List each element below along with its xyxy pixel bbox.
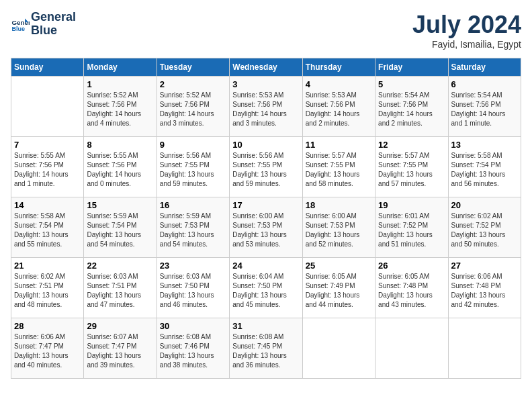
calendar-week-2: 7Sunrise: 5:55 AM Sunset: 7:56 PM Daylig… [11, 137, 521, 197]
calendar-cell: 14Sunrise: 5:58 AM Sunset: 7:54 PM Dayli… [11, 197, 84, 258]
day-number: 30 [160, 321, 226, 331]
day-info: Sunrise: 5:58 AM Sunset: 7:54 PM Dayligh… [14, 212, 81, 249]
calendar-cell: 19Sunrise: 6:01 AM Sunset: 7:52 PM Dayli… [375, 197, 448, 258]
calendar-cell: 10Sunrise: 5:56 AM Sunset: 7:55 PM Dayli… [230, 137, 302, 197]
calendar-cell: 20Sunrise: 6:02 AM Sunset: 7:52 PM Dayli… [448, 197, 521, 258]
calendar-cell: 27Sunrise: 6:06 AM Sunset: 7:48 PM Dayli… [448, 258, 521, 318]
day-info: Sunrise: 6:05 AM Sunset: 7:49 PM Dayligh… [306, 272, 372, 310]
day-info: Sunrise: 6:05 AM Sunset: 7:48 PM Dayligh… [378, 272, 445, 310]
day-number: 6 [451, 79, 518, 89]
day-number: 17 [232, 200, 299, 210]
calendar-cell [448, 318, 521, 379]
day-number: 10 [232, 140, 299, 150]
day-info: Sunrise: 6:08 AM Sunset: 7:45 PM Dayligh… [232, 332, 299, 370]
day-number: 9 [160, 140, 226, 150]
calendar-week-4: 21Sunrise: 6:02 AM Sunset: 7:51 PM Dayli… [11, 258, 521, 318]
calendar-week-3: 14Sunrise: 5:58 AM Sunset: 7:54 PM Dayli… [11, 197, 521, 258]
day-info: Sunrise: 5:56 AM Sunset: 7:55 PM Dayligh… [232, 151, 299, 189]
calendar-cell: 2Sunrise: 5:52 AM Sunset: 7:56 PM Daylig… [157, 77, 229, 137]
day-number: 12 [378, 140, 445, 150]
day-info: Sunrise: 5:57 AM Sunset: 7:55 PM Dayligh… [306, 151, 372, 189]
column-header-saturday: Saturday [448, 58, 521, 77]
day-info: Sunrise: 5:59 AM Sunset: 7:53 PM Dayligh… [160, 212, 226, 249]
calendar-cell: 25Sunrise: 6:05 AM Sunset: 7:49 PM Dayli… [302, 258, 375, 318]
day-info: Sunrise: 5:58 AM Sunset: 7:54 PM Dayligh… [451, 151, 518, 189]
day-info: Sunrise: 6:02 AM Sunset: 7:52 PM Dayligh… [451, 212, 518, 249]
day-info: Sunrise: 6:06 AM Sunset: 7:47 PM Dayligh… [14, 332, 81, 370]
day-number: 31 [232, 321, 299, 331]
day-number: 3 [232, 79, 299, 89]
calendar-cell: 4Sunrise: 5:53 AM Sunset: 7:56 PM Daylig… [302, 77, 375, 137]
day-info: Sunrise: 6:03 AM Sunset: 7:51 PM Dayligh… [87, 272, 153, 310]
logo-text: General Blue [31, 11, 76, 38]
calendar-week-1: 1Sunrise: 5:52 AM Sunset: 7:56 PM Daylig… [11, 77, 521, 137]
day-number: 25 [306, 261, 372, 271]
day-info: Sunrise: 5:53 AM Sunset: 7:56 PM Dayligh… [306, 91, 372, 128]
calendar-cell [11, 77, 84, 137]
calendar-body: 1Sunrise: 5:52 AM Sunset: 7:56 PM Daylig… [11, 77, 521, 379]
day-number: 29 [87, 321, 153, 331]
day-info: Sunrise: 5:54 AM Sunset: 7:56 PM Dayligh… [451, 91, 518, 128]
calendar-cell: 22Sunrise: 6:03 AM Sunset: 7:51 PM Dayli… [84, 258, 157, 318]
calendar-cell: 13Sunrise: 5:58 AM Sunset: 7:54 PM Dayli… [448, 137, 521, 197]
day-number: 28 [14, 321, 81, 331]
calendar-cell: 11Sunrise: 5:57 AM Sunset: 7:55 PM Dayli… [302, 137, 375, 197]
day-number: 11 [306, 140, 372, 150]
day-info: Sunrise: 5:53 AM Sunset: 7:56 PM Dayligh… [232, 91, 299, 128]
day-number: 26 [378, 261, 445, 271]
calendar-week-5: 28Sunrise: 6:06 AM Sunset: 7:47 PM Dayli… [11, 318, 521, 379]
day-number: 23 [160, 261, 226, 271]
calendar-cell: 26Sunrise: 6:05 AM Sunset: 7:48 PM Dayli… [375, 258, 448, 318]
svg-text:Blue: Blue [11, 26, 25, 32]
column-header-wednesday: Wednesday [230, 58, 302, 77]
day-info: Sunrise: 6:00 AM Sunset: 7:53 PM Dayligh… [232, 212, 299, 249]
calendar-cell: 29Sunrise: 6:07 AM Sunset: 7:47 PM Dayli… [84, 318, 157, 379]
calendar-cell: 16Sunrise: 5:59 AM Sunset: 7:53 PM Dayli… [157, 197, 229, 258]
day-info: Sunrise: 6:04 AM Sunset: 7:50 PM Dayligh… [232, 272, 299, 310]
month-title: July 2024 [412, 11, 521, 39]
day-info: Sunrise: 5:57 AM Sunset: 7:55 PM Dayligh… [378, 151, 445, 189]
day-info: Sunrise: 6:07 AM Sunset: 7:47 PM Dayligh… [87, 332, 153, 370]
day-info: Sunrise: 6:01 AM Sunset: 7:52 PM Dayligh… [378, 212, 445, 249]
day-info: Sunrise: 5:52 AM Sunset: 7:56 PM Dayligh… [160, 91, 226, 128]
day-number: 2 [160, 79, 226, 89]
day-info: Sunrise: 6:00 AM Sunset: 7:53 PM Dayligh… [306, 212, 372, 249]
day-number: 5 [378, 79, 445, 89]
day-number: 13 [451, 140, 518, 150]
calendar-table: SundayMondayTuesdayWednesdayThursdayFrid… [11, 58, 521, 379]
day-info: Sunrise: 6:02 AM Sunset: 7:51 PM Dayligh… [14, 272, 81, 310]
column-header-sunday: Sunday [11, 58, 84, 77]
column-header-tuesday: Tuesday [157, 58, 229, 77]
day-number: 7 [14, 140, 81, 150]
logo: General Blue General Blue [11, 11, 76, 38]
day-info: Sunrise: 5:55 AM Sunset: 7:56 PM Dayligh… [87, 151, 153, 189]
day-info: Sunrise: 5:56 AM Sunset: 7:55 PM Dayligh… [160, 151, 226, 189]
calendar-cell: 1Sunrise: 5:52 AM Sunset: 7:56 PM Daylig… [84, 77, 157, 137]
location: Fayid, Ismailia, Egypt [412, 39, 521, 50]
calendar-cell: 24Sunrise: 6:04 AM Sunset: 7:50 PM Dayli… [230, 258, 302, 318]
calendar-cell [375, 318, 448, 379]
day-info: Sunrise: 6:06 AM Sunset: 7:48 PM Dayligh… [451, 272, 518, 310]
day-info: Sunrise: 6:08 AM Sunset: 7:46 PM Dayligh… [160, 332, 226, 370]
day-number: 24 [232, 261, 299, 271]
calendar-cell: 31Sunrise: 6:08 AM Sunset: 7:45 PM Dayli… [230, 318, 302, 379]
calendar-cell: 23Sunrise: 6:03 AM Sunset: 7:50 PM Dayli… [157, 258, 229, 318]
calendar-cell: 9Sunrise: 5:56 AM Sunset: 7:55 PM Daylig… [157, 137, 229, 197]
day-info: Sunrise: 6:03 AM Sunset: 7:50 PM Dayligh… [160, 272, 226, 310]
column-header-monday: Monday [84, 58, 157, 77]
calendar-cell: 7Sunrise: 5:55 AM Sunset: 7:56 PM Daylig… [11, 137, 84, 197]
calendar-cell: 21Sunrise: 6:02 AM Sunset: 7:51 PM Dayli… [11, 258, 84, 318]
day-number: 1 [87, 79, 153, 89]
day-info: Sunrise: 5:55 AM Sunset: 7:56 PM Dayligh… [14, 151, 81, 189]
day-number: 21 [14, 261, 81, 271]
day-number: 4 [306, 79, 372, 89]
calendar-cell: 28Sunrise: 6:06 AM Sunset: 7:47 PM Dayli… [11, 318, 84, 379]
calendar-cell: 15Sunrise: 5:59 AM Sunset: 7:54 PM Dayli… [84, 197, 157, 258]
calendar-cell: 17Sunrise: 6:00 AM Sunset: 7:53 PM Dayli… [230, 197, 302, 258]
day-number: 15 [87, 200, 153, 210]
day-number: 19 [378, 200, 445, 210]
day-number: 8 [87, 140, 153, 150]
day-number: 22 [87, 261, 153, 271]
calendar-cell [302, 318, 375, 379]
calendar-cell: 12Sunrise: 5:57 AM Sunset: 7:55 PM Dayli… [375, 137, 448, 197]
